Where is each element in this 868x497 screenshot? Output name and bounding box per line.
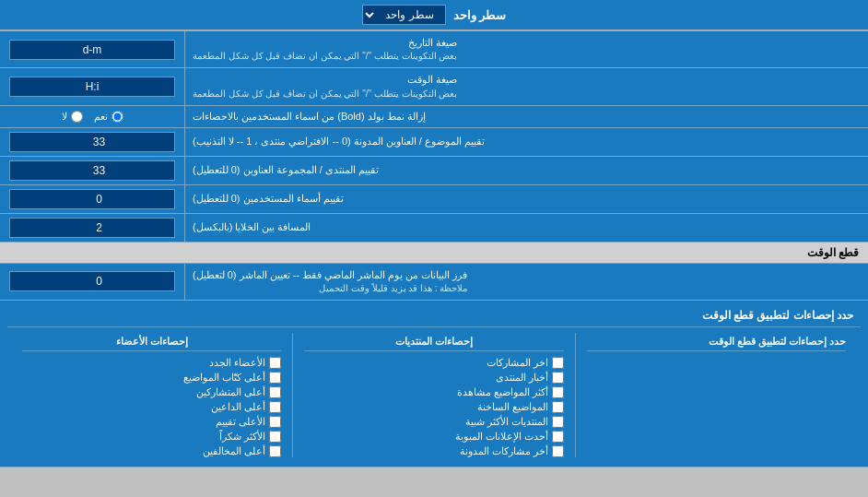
time-format-input-wrapper [0,68,184,104]
usernames-input-wrapper [0,185,184,213]
stat-checkbox-0[interactable] [552,357,564,369]
time-format-row: صيغة الوقت بعض التكوينات يتطلب "/" التي … [0,68,868,105]
member-stat-item-3: أعلى الداعين [22,401,281,413]
usernames-label: تقييم أسماء المستخدمين (0 للتعطيل) [184,185,868,213]
distance-label: المسافة بين الخلايا (بالبكسل) [184,214,868,242]
main-container: سطر واحد سطر واحد سطرين ثلاثة أسطر صيغة … [0,0,868,467]
bold-remove-row: إزالة نمط بولد (Bold) من اسماء المستخدمي… [0,106,868,128]
member-stat-checkbox-2[interactable] [269,386,281,398]
lines-select[interactable]: سطر واحد سطرين ثلاثة أسطر [362,5,446,25]
member-stat-checkbox-3[interactable] [269,401,281,413]
member-stat-item-5: الأكثر شكراً [22,431,281,443]
usernames-row: تقييم أسماء المستخدمين (0 للتعطيل) [0,185,868,214]
date-format-row: صيغة التاريخ بعض التكوينات يتطلب "/" الت… [0,31,868,68]
member-stat-checkbox-6[interactable] [269,445,281,457]
bold-remove-label: إزالة نمط بولد (Bold) من اسماء المستخدمي… [184,106,868,127]
distance-input-wrapper [0,214,184,242]
date-format-label: صيغة التاريخ بعض التكوينات يتطلب "/" الت… [184,31,868,67]
date-format-input-wrapper [0,31,184,67]
stats-section: حدد إحصاءات لتطبيق قطع الوقت حدد إحصاءات… [0,301,868,467]
cutoff-section-header: قطع الوقت [0,243,868,264]
stats-members-header: إحصاءات الأعضاء [22,333,281,351]
forum-group-row: تقييم المنتدى / المجموعة العناوين (0 للت… [0,157,868,185]
member-stat-checkbox-1[interactable] [269,372,281,384]
member-stat-item-0: الأعضاء الجدد [22,357,281,369]
forum-group-input[interactable] [9,160,175,181]
forum-group-input-wrapper [0,157,184,184]
stat-item-0: اخر المشاركات [304,357,563,369]
stats-body: حدد إحصاءات لتطبيق قطع الوقت إحصاءات الم… [7,327,861,463]
usernames-input[interactable] [9,189,175,209]
topics-count-input[interactable] [9,132,175,152]
stats-forum-col: إحصاءات المنتديات اخر المشاركات أخبار ال… [297,333,570,457]
stat-item-1: أخبار المنتدى [304,372,563,384]
time-format-label: صيغة الوقت بعض التكوينات يتطلب "/" التي … [184,68,868,104]
stat-item-3: المواضيع الساخنة [304,401,563,413]
stats-right-placeholder: حدد إحصاءات لتطبيق قطع الوقت [580,333,853,457]
stat-checkbox-5[interactable] [552,431,564,443]
radio-no-label[interactable]: لا [62,111,83,123]
radio-yes[interactable] [111,111,123,123]
cutoff-row: فرز البيانات من يوم الماشر الماضي فقط --… [0,264,868,301]
member-stat-checkbox-4[interactable] [269,416,281,428]
stat-checkbox-1[interactable] [552,372,564,384]
stats-right-label: حدد إحصاءات لتطبيق قطع الوقت [587,333,846,351]
member-stat-item-1: أعلى كتّاب المواضيع [22,372,281,384]
stat-item-5: أحدث الإعلانات المبوبة [304,431,563,443]
stat-checkbox-6[interactable] [552,445,564,457]
bold-remove-input-wrapper: نعم لا [0,106,184,127]
stat-item-2: أكثر المواضيع مشاهدة [304,386,563,398]
divider-1 [575,333,576,457]
header-row: سطر واحد سطر واحد سطرين ثلاثة أسطر [0,0,868,31]
forum-group-label: تقييم المنتدى / المجموعة العناوين (0 للت… [184,157,868,184]
cutoff-input[interactable] [9,271,175,291]
topics-count-row: تقييم الموضوع / العناوين المدونة (0 -- ا… [0,128,868,157]
topics-count-label: تقييم الموضوع / العناوين المدونة (0 -- ا… [184,128,868,156]
member-stat-item-2: أعلى المتشاركين [22,386,281,398]
header-label: سطر واحد [453,8,507,22]
distance-row: المسافة بين الخلايا (بالبكسل) [0,214,868,243]
time-format-input[interactable] [9,77,175,97]
distance-input[interactable] [9,218,175,238]
radio-no[interactable] [71,111,83,123]
cutoff-input-wrapper [0,264,184,300]
divider-2 [292,333,293,457]
stat-checkbox-4[interactable] [552,416,564,428]
member-stat-checkbox-5[interactable] [269,431,281,443]
stat-checkbox-3[interactable] [552,401,564,413]
radio-yes-label[interactable]: نعم [94,111,123,123]
member-stat-item-6: أعلى المخالفين [22,445,281,457]
stat-checkbox-2[interactable] [552,386,564,398]
cutoff-label: فرز البيانات من يوم الماشر الماضي فقط --… [184,264,868,300]
date-format-input[interactable] [9,40,175,60]
stats-forum-header: إحصاءات المنتديات [304,333,563,351]
stats-members-col: إحصاءات الأعضاء الأعضاء الجدد أعلى كتّاب… [15,333,288,457]
stats-header: حدد إحصاءات لتطبيق قطع الوقت [7,304,861,327]
member-stat-checkbox-0[interactable] [269,357,281,369]
stat-item-6: أخر مشاركات المدونة [304,445,563,457]
member-stat-item-4: الأعلى تقييم [22,416,281,428]
stat-item-4: المنتديات الأكثر شبية [304,416,563,428]
topics-count-input-wrapper [0,128,184,156]
